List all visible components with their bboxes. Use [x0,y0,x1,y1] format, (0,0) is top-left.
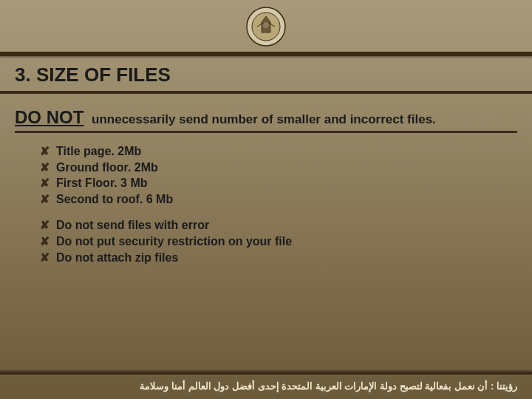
restriction-list: Do not send files with error Do not put … [40,217,517,265]
emblem-icon [245,6,287,47]
header-logo [0,0,532,47]
list-item: Ground floor. 2Mb [40,160,517,176]
page-title: 3. SIZE OF FILES [0,56,532,94]
lead-rest: unnecessarily send number of smaller and… [92,112,436,126]
lead-line: DO NOT unnecessarily send number of smal… [15,107,517,133]
content-area: DO NOT unnecessarily send number of smal… [0,94,532,265]
footer: رؤيتنا : أن نعمل بفعالية لتصبح دولة الإم… [0,372,532,399]
svg-point-2 [263,22,269,28]
list-item: Do not put security restriction on your … [40,233,517,250]
footer-text: رؤيتنا : أن نعمل بفعالية لتصبح دولة الإم… [0,375,532,399]
lead-prefix: DO NOT [15,107,83,127]
list-item: Do not send files with error [40,217,517,233]
list-item: Do not attach zip files [40,250,517,266]
list-item: Second to roof. 6 Mb [40,191,517,208]
list-item: Title page. 2Mb [40,143,517,160]
file-size-list: Title page. 2Mb Ground floor. 2Mb First … [40,143,517,207]
list-item: First Floor. 3 Mb [40,175,517,191]
